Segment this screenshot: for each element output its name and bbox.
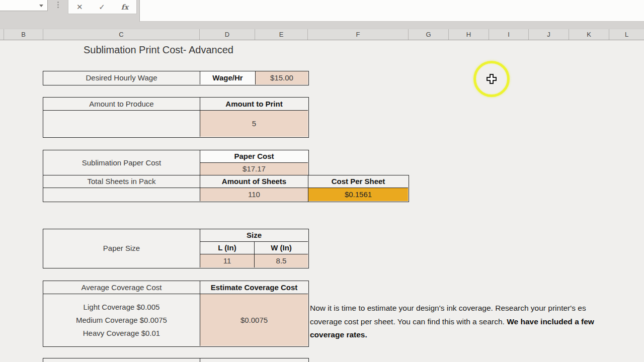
paper-cost-header-cell[interactable]: Paper Cost bbox=[200, 150, 308, 163]
cell-cursor-icon bbox=[485, 72, 498, 85]
column-header-g[interactable]: G bbox=[409, 29, 449, 40]
amount-empty-cell[interactable] bbox=[43, 111, 200, 137]
paper-size-table: Paper Size Size L (In) W (In) 11 8.5 bbox=[43, 229, 309, 268]
size-header-cell[interactable]: Size bbox=[200, 229, 308, 242]
length-header-cell[interactable]: L (In) bbox=[200, 242, 255, 254]
width-value-cell[interactable]: 8.5 bbox=[255, 254, 308, 267]
paper-size-label-cell[interactable]: Paper Size bbox=[43, 229, 200, 267]
wage-header-cell[interactable]: Wage/Hr bbox=[200, 71, 256, 84]
sheets-empty-cell[interactable] bbox=[43, 188, 200, 201]
coverage-label-cell[interactable]: Average Coverage Cost bbox=[43, 281, 200, 294]
paper-cost-label-cell[interactable]: Sublimation Paper Cost bbox=[43, 150, 200, 175]
column-header-b[interactable]: B bbox=[4, 29, 43, 40]
coverage-header-cell[interactable]: Estimate Coverage Cost bbox=[200, 281, 308, 294]
column-header-d[interactable]: D bbox=[200, 29, 255, 40]
column-header-k[interactable]: K bbox=[569, 29, 609, 40]
wage-value-cell[interactable]: $15.00 bbox=[256, 71, 308, 84]
amount-value-cell[interactable]: 5 bbox=[200, 111, 308, 137]
cancel-icon[interactable]: ✕ bbox=[76, 3, 83, 11]
cost-per-sheet-value-cell[interactable]: $0.1561 bbox=[308, 188, 408, 201]
sheet-title[interactable]: Sublimation Print Cost- Advanced bbox=[84, 44, 233, 56]
amount-table: Amount to Produce Amount to Print 5 bbox=[43, 97, 309, 138]
column-header-f[interactable]: F bbox=[308, 29, 409, 40]
column-header-l[interactable]: L bbox=[609, 29, 644, 40]
cost-per-sheet-box: Cost Per Sheet $0.1561 bbox=[308, 175, 409, 202]
column-header-e[interactable]: E bbox=[255, 29, 308, 40]
formula-bar-input[interactable] bbox=[139, 0, 644, 22]
column-header-row: B C D E F G H I J K L bbox=[0, 29, 644, 40]
length-value-cell[interactable]: 11 bbox=[200, 254, 255, 267]
toolbar: ✕ ✓ fx bbox=[0, 0, 644, 29]
enter-icon[interactable]: ✓ bbox=[99, 3, 105, 11]
formula-button-group: ✕ ✓ fx bbox=[68, 0, 137, 14]
column-header-h[interactable]: H bbox=[449, 29, 489, 40]
width-header-cell[interactable]: W (In) bbox=[255, 242, 308, 254]
drag-handle-icon bbox=[57, 2, 59, 3]
coverage-options-cell[interactable]: Light Coverage $0.005 Medium Coverage $0… bbox=[43, 294, 200, 346]
cost-per-sheet-header-cell[interactable]: Cost Per Sheet bbox=[308, 175, 408, 188]
worksheet: Sublimation Print Cost- Advanced Desired… bbox=[0, 40, 644, 362]
next-table-partial bbox=[43, 358, 309, 362]
name-box-caret-icon[interactable] bbox=[39, 5, 43, 7]
sheets-header-cell[interactable]: Amount of Sheets bbox=[200, 175, 308, 188]
wage-table: Desired Hourly Wage Wage/Hr $15.00 bbox=[43, 71, 309, 85]
coverage-option-light: Light Coverage $0.005 bbox=[84, 301, 160, 314]
sheets-value-cell[interactable]: 110 bbox=[200, 188, 308, 201]
note-line-1: Now it is time to estimate your design's… bbox=[310, 302, 644, 315]
column-header-c[interactable]: C bbox=[43, 29, 200, 40]
column-header-j[interactable]: J bbox=[529, 29, 569, 40]
note-line-2: coverage cost per sheet. You can find th… bbox=[310, 315, 644, 329]
coverage-option-medium: Medium Coverage $0.0075 bbox=[76, 314, 167, 327]
coverage-option-heavy: Heavy Coverage $0.01 bbox=[83, 327, 160, 340]
next-table-right-cell[interactable] bbox=[200, 358, 308, 362]
paper-cost-table: Sublimation Paper Cost Paper Cost $17.17… bbox=[43, 150, 309, 202]
sheets-label-cell[interactable]: Total Sheets in Pack bbox=[43, 175, 200, 188]
column-header-spacer bbox=[0, 29, 4, 40]
name-box[interactable] bbox=[0, 0, 48, 11]
column-header-i[interactable]: I bbox=[489, 29, 529, 40]
excel-window: ✕ ✓ fx B C D E F G H I J K L Sublimation… bbox=[0, 0, 644, 362]
note-line-3: coverage rates. bbox=[310, 328, 644, 342]
coverage-value-cell[interactable]: $0.0075 bbox=[200, 294, 308, 346]
amount-header-cell[interactable]: Amount to Print bbox=[200, 98, 308, 111]
instruction-note: Now it is time to estimate your design's… bbox=[310, 302, 644, 347]
paper-cost-value-cell[interactable]: $17.17 bbox=[200, 163, 308, 175]
next-table-left-cell[interactable] bbox=[43, 358, 200, 362]
coverage-table: Average Coverage Cost Estimate Coverage … bbox=[43, 281, 309, 347]
amount-label-cell[interactable]: Amount to Produce bbox=[43, 98, 200, 111]
insert-function-icon[interactable]: fx bbox=[121, 4, 128, 11]
wage-label-cell[interactable]: Desired Hourly Wage bbox=[43, 71, 200, 84]
